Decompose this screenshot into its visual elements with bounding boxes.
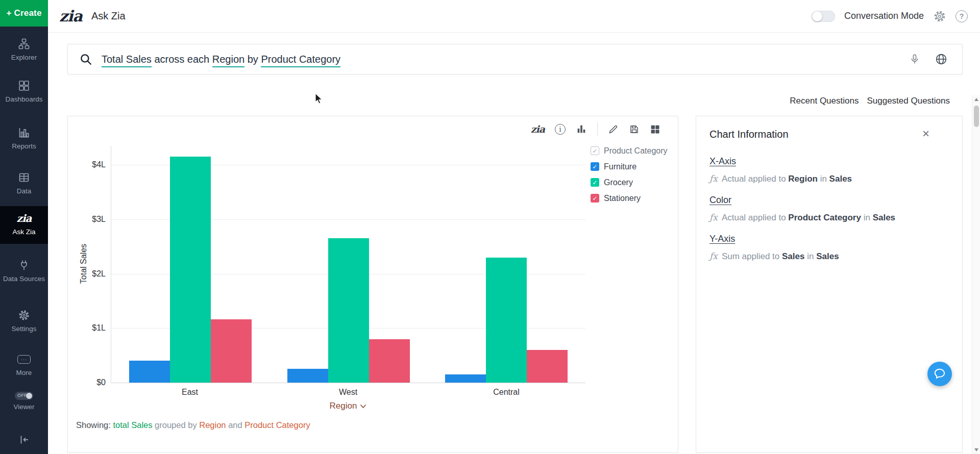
y-tick-label: $0 xyxy=(96,378,106,387)
create-button[interactable]: + Create xyxy=(0,0,48,27)
ask-zia-search-input[interactable]: Total Sales across each Region by Produc… xyxy=(67,44,963,74)
dashboards-icon xyxy=(0,79,48,93)
query-text[interactable]: Total Sales across each Region by Produc… xyxy=(102,54,909,65)
section-heading[interactable]: X-Axis xyxy=(709,156,947,167)
sidebar-item-label: Data xyxy=(0,187,48,196)
sidebar-item-settings[interactable]: Settings xyxy=(0,308,48,334)
text-segment: total Sales xyxy=(113,420,152,430)
checkbox-icon: ✓ xyxy=(591,178,599,187)
legend-label: Grocery xyxy=(604,178,633,187)
mouse-cursor xyxy=(314,93,326,105)
detail-text: Sum applied to Sales in Sales xyxy=(722,251,839,262)
fx-function-icon: ƒx xyxy=(709,251,718,261)
sidebar-item-label: Dashboards xyxy=(0,95,48,104)
section-heading[interactable]: Y-Axis xyxy=(709,234,947,244)
bar-grocery-east[interactable] xyxy=(170,157,211,383)
chevron-down-icon xyxy=(360,404,366,409)
y-tick-label: $1L xyxy=(92,323,106,333)
scrollbar-thumb[interactable] xyxy=(974,106,979,127)
x-axis-dimension: Region xyxy=(111,401,585,411)
sidebar-collapse-button[interactable] xyxy=(0,433,48,449)
text-segment[interactable]: Product Category xyxy=(261,54,340,67)
vertical-scrollbar[interactable] xyxy=(972,95,980,454)
scroll-down-arrow[interactable] xyxy=(972,446,980,454)
app-header: zia Ask Zia Conversation Mode ? xyxy=(48,0,980,33)
zia-icon: zia xyxy=(0,211,48,225)
save-icon[interactable] xyxy=(629,124,640,135)
section-heading[interactable]: Color xyxy=(709,195,947,206)
scroll-up-arrow[interactable] xyxy=(972,95,980,104)
conversation-mode-label: Conversation Mode xyxy=(844,11,924,21)
recent-questions-link[interactable]: Recent Questions xyxy=(790,96,859,106)
chart-toolbar: zia i xyxy=(531,122,660,136)
microphone-icon[interactable] xyxy=(909,53,920,65)
checkbox-icon: ✓ xyxy=(591,146,599,155)
info-section-y-axis: Y-Axis ƒx Sum applied to Sales in Sales xyxy=(709,234,947,262)
globe-language-icon[interactable] xyxy=(935,53,948,66)
sidebar-item-ask-zia[interactable]: zia Ask Zia xyxy=(0,206,48,244)
bar-groups xyxy=(111,146,585,383)
viewer-off-toggle[interactable]: OFF xyxy=(15,392,33,400)
zia-logo: zia xyxy=(59,7,82,25)
text-segment: in xyxy=(861,213,873,222)
more-ellipsis-icon: ... xyxy=(0,352,48,366)
sidebar-item-data[interactable]: Data xyxy=(0,170,48,196)
sidebar-item-dashboards[interactable]: Dashboards xyxy=(0,79,48,104)
toggle-knob xyxy=(26,393,32,399)
bar-stationery-central[interactable] xyxy=(527,350,568,383)
text-segment: grouped by xyxy=(153,420,200,430)
legend-item-grocery[interactable]: ✓ Grocery xyxy=(591,174,677,190)
layout-grid-icon[interactable] xyxy=(650,124,660,135)
sidebar-item-reports[interactable]: Reports xyxy=(0,125,48,151)
help-icon[interactable]: ? xyxy=(955,10,968,22)
info-icon[interactable]: i xyxy=(555,124,566,135)
bar-grocery-central[interactable] xyxy=(486,258,527,383)
zia-chat-button[interactable] xyxy=(927,362,952,386)
conversation-mode-toggle[interactable] xyxy=(812,11,835,22)
chart-card: zia i ✓ Product Category xyxy=(67,116,678,453)
chart-type-icon[interactable] xyxy=(576,123,587,135)
sidebar-item-more[interactable]: ... More xyxy=(0,352,48,377)
region-dropdown-label: Region xyxy=(330,401,357,411)
detail-text: Actual applied to Product Category in Sa… xyxy=(722,213,895,223)
close-icon[interactable]: × xyxy=(922,128,929,140)
edit-pencil-icon[interactable] xyxy=(608,124,619,135)
y-tick-label: $2L xyxy=(92,269,106,279)
bar-furniture-west[interactable] xyxy=(287,369,328,383)
sidebar-item-explorer[interactable]: Explorer xyxy=(0,37,48,62)
bar-group-west xyxy=(270,146,428,383)
x-tick-central: Central xyxy=(427,388,585,397)
text-segment: Sales xyxy=(782,251,804,261)
text-segment[interactable]: Total Sales xyxy=(102,54,152,67)
bar-group-central xyxy=(427,146,585,383)
bar-furniture-east[interactable] xyxy=(129,361,170,383)
text-segment: Sales xyxy=(829,174,852,184)
create-button-label: + Create xyxy=(6,8,41,18)
legend-label: Product Category xyxy=(604,146,668,156)
sidebar-item-viewer[interactable]: OFF Viewer xyxy=(0,392,48,412)
text-segment: Product Category xyxy=(244,420,310,430)
sidebar: + Create Explorer Dashboards Reports xyxy=(0,0,48,454)
bar-furniture-central[interactable] xyxy=(445,374,486,383)
suggested-questions-link[interactable]: Suggested Questions xyxy=(867,96,950,106)
search-icon xyxy=(79,53,92,66)
sidebar-item-data-sources[interactable]: Data Sources xyxy=(0,258,48,284)
gear-icon xyxy=(0,308,48,322)
page-title: Ask Zia xyxy=(91,10,126,22)
legend-item-furniture[interactable]: ✓ Furniture xyxy=(591,159,677,174)
settings-gear-icon[interactable] xyxy=(933,10,946,23)
legend-item-stationery[interactable]: ✓ Stationery xyxy=(591,190,677,206)
region-dropdown[interactable]: Region xyxy=(330,401,367,411)
gridline xyxy=(111,383,585,383)
legend-group-product-category[interactable]: ✓ Product Category xyxy=(591,143,677,159)
fx-function-icon: ƒx xyxy=(709,212,718,222)
y-tick-label: $3L xyxy=(92,215,106,224)
bar-stationery-east[interactable] xyxy=(211,319,252,383)
question-links: Recent Questions Suggested Questions xyxy=(790,96,950,106)
bar-stationery-west[interactable] xyxy=(369,339,410,383)
bar-grocery-west[interactable] xyxy=(328,238,369,383)
zia-insights-icon[interactable]: zia xyxy=(531,123,545,135)
reports-icon xyxy=(0,125,48,140)
x-tick-west: West xyxy=(269,388,427,397)
text-segment[interactable]: Region xyxy=(212,54,244,67)
